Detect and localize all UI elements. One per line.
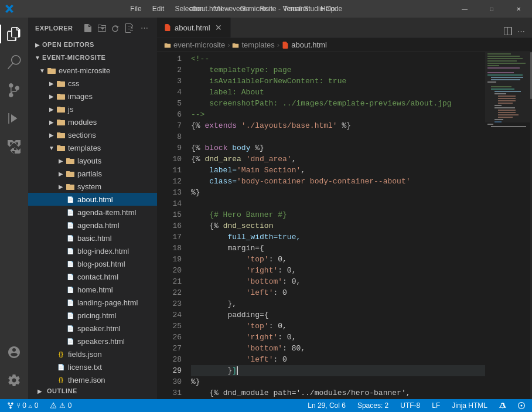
tab-close-button[interactable]: ✕ bbox=[214, 23, 223, 32]
line-ending-text: LF bbox=[432, 401, 440, 410]
svg-rect-30 bbox=[491, 126, 526, 127]
sidebar-item-blog-index-html[interactable]: 📄 blog-index.html bbox=[28, 244, 157, 257]
sections-label: sections bbox=[68, 131, 155, 139]
menu-edit[interactable]: Edit bbox=[148, 0, 169, 18]
images-folder-icon bbox=[56, 91, 66, 101]
code-line-30: %} bbox=[191, 376, 485, 387]
git-branch-status[interactable]: ⑂ 0 △ 0 bbox=[5, 399, 40, 412]
outline-label: Outline bbox=[47, 387, 77, 394]
sidebar-item-js[interactable]: ▶ js bbox=[28, 103, 157, 115]
sidebar-item-landing-page-html[interactable]: 📄 landing-page.html bbox=[28, 296, 157, 309]
about-html-label: about.html bbox=[77, 195, 155, 204]
search-icon bbox=[7, 55, 21, 69]
window-controls: ― □ ✕ bbox=[451, 0, 532, 18]
sidebar-item-contact-html[interactable]: 📄 contact.html bbox=[28, 270, 157, 283]
sidebar-section-project[interactable]: ▼ EVENT-MICROSITE bbox=[28, 51, 157, 64]
sidebar-item-css[interactable]: ▶ css bbox=[28, 77, 157, 90]
sidebar-item-partials[interactable]: ▶ partials bbox=[28, 167, 157, 180]
menu-file[interactable]: File bbox=[125, 0, 146, 18]
activity-extensions[interactable] bbox=[0, 132, 28, 161]
sidebar-item-templates[interactable]: ▼ templates bbox=[28, 141, 157, 154]
sidebar-item-theme-json[interactable]: {} theme.json bbox=[28, 373, 157, 383]
more-actions-button[interactable]: ⋯ bbox=[138, 22, 150, 34]
activity-run[interactable] bbox=[0, 104, 28, 132]
sidebar-item-modules[interactable]: ▶ modules bbox=[28, 115, 157, 128]
theme-json-icon: {} bbox=[56, 375, 66, 383]
activity-source-control[interactable] bbox=[0, 76, 28, 104]
account-icon bbox=[7, 345, 21, 359]
code-line-24: padding={ bbox=[191, 309, 485, 321]
encoding-status[interactable]: UTF-8 bbox=[398, 399, 422, 412]
split-editor-button[interactable] bbox=[502, 25, 514, 38]
remote-status[interactable] bbox=[516, 399, 527, 412]
folder-icon bbox=[56, 91, 66, 101]
sidebar-item-home-html[interactable]: 📄 home.html bbox=[28, 283, 157, 296]
code-line-7: {% extends './layouts/base.html' %} bbox=[191, 120, 485, 131]
code-line-17: full_width=true, bbox=[191, 231, 485, 243]
sidebar-item-fields-json[interactable]: {} fields.json bbox=[28, 348, 157, 360]
tab-about-html[interactable]: about.html ✕ bbox=[157, 18, 231, 38]
activity-account[interactable] bbox=[0, 338, 28, 366]
code-line-28: 'left': 0 bbox=[191, 354, 485, 365]
code-line-16: {% dnd_section bbox=[191, 220, 485, 231]
activity-search[interactable] bbox=[0, 48, 28, 76]
sidebar-item-sections[interactable]: ▶ sections bbox=[28, 128, 157, 141]
sidebar-item-system[interactable]: ▶ system bbox=[28, 180, 157, 193]
sidebar-item-images[interactable]: ▶ images bbox=[28, 90, 157, 103]
breadcrumb-file[interactable]: about.html bbox=[282, 40, 327, 49]
sidebar-item-layouts[interactable]: ▶ layouts bbox=[28, 154, 157, 167]
sidebar-section-open-editors[interactable]: ▶ OPEN EDITORS bbox=[28, 38, 157, 51]
sidebar-title: Explorer bbox=[35, 25, 73, 32]
license-txt-label: license.txt bbox=[68, 363, 155, 372]
new-folder-button[interactable] bbox=[96, 22, 108, 34]
code-editor[interactable]: <!-- templateType: page isAvailableForNe… bbox=[186, 52, 485, 399]
new-file-button[interactable] bbox=[82, 22, 94, 34]
sidebar-item-agenda-html[interactable]: 📄 agenda.html bbox=[28, 219, 157, 231]
open-editors-arrow: ▶ bbox=[33, 40, 42, 49]
activity-settings[interactable] bbox=[0, 366, 28, 394]
code-line-15: {# Hero Banner #} bbox=[191, 209, 485, 220]
line-ending-status[interactable]: LF bbox=[429, 399, 442, 412]
cursor-position-text: Ln 29, Col 6 bbox=[308, 401, 346, 410]
speakers-html-label: speakers.html bbox=[77, 337, 155, 346]
collapse-all-button[interactable] bbox=[124, 22, 136, 34]
refresh-button[interactable] bbox=[110, 22, 122, 34]
language-status[interactable]: Jinja HTML bbox=[449, 399, 490, 412]
sidebar-item-pricing-html[interactable]: 📄 pricing.html bbox=[28, 309, 157, 322]
folder-open-icon bbox=[56, 143, 66, 152]
sidebar-item-speaker-html[interactable]: 📄 speaker.html bbox=[28, 322, 157, 335]
minimize-button[interactable]: ― bbox=[451, 0, 478, 18]
cursor-position-status[interactable]: Ln 29, Col 6 bbox=[305, 399, 348, 412]
outline-section[interactable]: ▶ Outline bbox=[28, 383, 157, 399]
activity-explorer[interactable] bbox=[0, 20, 28, 48]
breadcrumb-templates-label: templates bbox=[241, 40, 274, 49]
speakers-html-icon: 📄 bbox=[66, 336, 75, 346]
notifications-status[interactable] bbox=[497, 399, 509, 412]
sidebar-item-blog-post-html[interactable]: 📄 blog-post.html bbox=[28, 257, 157, 270]
sidebar-item-basic-html[interactable]: 📄 basic.html bbox=[28, 231, 157, 244]
folder-icon bbox=[66, 169, 75, 178]
basic-html-icon: 📄 bbox=[66, 233, 75, 243]
agenda-html-label: agenda.html bbox=[77, 221, 155, 230]
sidebar-item-agenda-item-html[interactable]: 📄 agenda-item.html bbox=[28, 206, 157, 219]
sidebar-item-speakers-html[interactable]: 📄 speakers.html bbox=[28, 335, 157, 348]
problems-status[interactable]: ⚠ 0 bbox=[47, 399, 74, 412]
maximize-button[interactable]: □ bbox=[478, 0, 505, 18]
sidebar-item-root-folder[interactable]: ▼ event-microsite bbox=[28, 64, 157, 77]
more-tab-actions-button[interactable]: ⋯ bbox=[514, 25, 527, 38]
code-line-19: 'top': 0, bbox=[191, 254, 485, 265]
sidebar-item-license-txt[interactable]: 📄 license.txt bbox=[28, 360, 157, 373]
contact-html-icon: 📄 bbox=[66, 272, 75, 281]
speaker-html-label: speaker.html bbox=[77, 324, 155, 333]
indentation-status[interactable]: Spaces: 2 bbox=[355, 399, 391, 412]
close-button[interactable]: ✕ bbox=[505, 0, 532, 18]
sidebar-content: ▶ OPEN EDITORS ▼ EVENT-MICROSITE ▼ event… bbox=[28, 38, 157, 383]
layouts-arrow: ▶ bbox=[56, 156, 66, 165]
line-numbers: 12345 678910 1112131415 1617181920 21222… bbox=[157, 52, 186, 399]
breadcrumb-templates[interactable]: templates bbox=[232, 40, 274, 49]
svg-rect-29 bbox=[487, 124, 493, 125]
breadcrumb-project[interactable]: event-microsite bbox=[164, 40, 225, 49]
layouts-folder-icon bbox=[66, 156, 75, 165]
modules-folder-icon bbox=[56, 117, 66, 127]
sidebar-item-about-html[interactable]: 📄 about.html bbox=[28, 193, 157, 206]
